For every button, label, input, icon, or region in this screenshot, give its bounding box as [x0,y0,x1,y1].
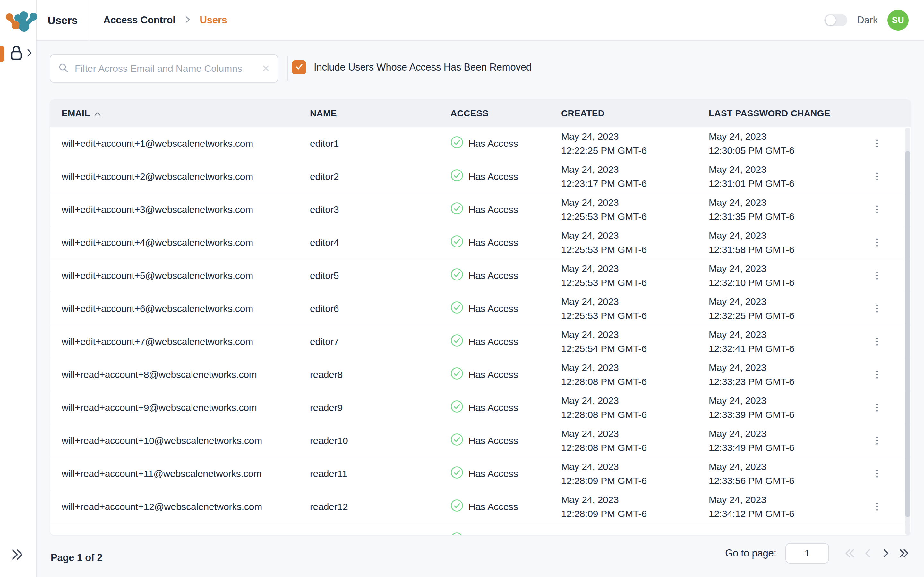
column-header-name[interactable]: NAME [310,108,451,119]
app-logo[interactable] [5,6,38,35]
cell-access: Has Access [451,400,561,415]
cell-name: editor5 [310,270,451,281]
table-row[interactable]: will+edit+account+3@webscalenetworks.com… [50,193,911,226]
lpc-time: 12:33:23 PM GMT-6 [709,375,866,389]
created-date: May 24, 2023 [561,394,709,408]
lpc-time: 12:31:01 PM GMT-6 [709,177,866,191]
table-row[interactable]: will+edit+account+4@webscalenetworks.com… [50,226,911,259]
access-status-label: Has Access [468,435,518,446]
cell-email: will+edit+account+4@webscalenetworks.com [50,237,310,248]
first-page-button[interactable] [843,546,857,561]
has-access-icon [451,268,463,283]
access-status-label: Has Access [468,237,518,248]
row-menu-button[interactable] [872,400,882,415]
created-time: 12:25:53 PM GMT-6 [561,276,709,290]
filter-search-input[interactable] [75,63,256,74]
cell-access: Has Access [451,433,561,448]
column-header-created[interactable]: CREATED [561,108,709,119]
row-menu-button[interactable] [872,235,882,250]
table-row[interactable]: will+edit+account+5@webscalenetworks.com… [50,259,911,292]
has-access-icon [451,136,463,151]
row-menu-button[interactable] [872,434,882,448]
has-access-icon [451,400,463,415]
access-status-label: Has Access [468,303,518,314]
row-menu-button[interactable] [872,466,882,481]
row-menu-button[interactable] [872,367,882,382]
lock-icon [10,45,23,62]
dark-mode-toggle[interactable] [824,14,847,26]
breadcrumb: Access Control Users [103,15,227,26]
pagination-controls: Go to page: [725,543,911,564]
cell-actions [866,434,888,448]
cell-email: will+edit+account+1@webscalenetworks.com [50,138,310,149]
column-header-access[interactable]: ACCESS [451,108,561,119]
goto-page-input[interactable] [785,543,829,564]
cell-access: Has Access [451,334,561,349]
cell-created: May 24, 2023 12:28:08 PM GMT-6 [561,394,709,422]
table-row[interactable]: May 24, 2023 May 24, 2023 [50,524,911,535]
row-menu-button[interactable] [872,202,882,217]
cell-created: May 24, 2023 12:25:53 PM GMT-6 [561,261,709,290]
user-avatar[interactable]: SU [887,10,909,31]
cell-actions [866,532,888,535]
lpc-date: May 24, 2023 [709,460,866,474]
breadcrumb-chevron-icon [184,15,192,26]
breadcrumb-parent-link[interactable]: Access Control [103,15,176,26]
lpc-time: 12:31:58 PM GMT-6 [709,243,866,257]
cell-last-password-change: May 24, 2023 [709,533,866,536]
table-row[interactable]: will+read+account+9@webscalenetworks.com… [50,392,911,424]
row-menu-button[interactable] [872,301,882,316]
row-menu-button[interactable] [872,532,882,535]
row-menu-button[interactable] [872,169,882,184]
cell-created: May 24, 2023 12:25:53 PM GMT-6 [561,229,709,257]
cell-name: editor7 [310,336,451,347]
row-menu-button[interactable] [872,334,882,349]
table-row[interactable]: will+read+account+11@webscalenetworks.co… [50,458,911,490]
lpc-date: May 24, 2023 [709,493,866,507]
table-row[interactable]: will+edit+account+6@webscalenetworks.com… [50,292,911,326]
cell-access: Has Access [451,466,561,481]
next-page-button[interactable] [879,546,893,561]
created-date: May 24, 2023 [561,229,709,243]
check-icon [294,62,304,73]
table-row[interactable]: will+edit+account+1@webscalenetworks.com… [50,127,911,160]
sort-by-email[interactable]: EMAIL [61,108,101,119]
cell-last-password-change: May 24, 2023 12:32:41 PM GMT-6 [709,327,866,356]
table-row[interactable]: will+read+account+8@webscalenetworks.com… [50,358,911,392]
column-header-last-password-change[interactable]: LAST PASSWORD CHANGE [709,108,866,119]
cell-actions [866,169,888,184]
include-removed-label: Include Users Whose Access Has Been Remo… [314,61,531,73]
row-menu-button[interactable] [872,136,882,151]
pager-buttons [843,546,911,561]
table-row[interactable]: will+read+account+10@webscalenetworks.co… [50,424,911,458]
cell-access: Has Access [451,367,561,382]
cell-created: May 24, 2023 12:25:54 PM GMT-6 [561,327,709,356]
lpc-date: May 24, 2023 [709,195,866,210]
cell-last-password-change: May 24, 2023 12:33:39 PM GMT-6 [709,394,866,422]
section-title: Users [37,0,89,40]
clear-filter-icon[interactable]: ✕ [262,64,270,73]
include-removed-checkbox[interactable] [292,60,306,74]
cell-name: reader10 [310,435,451,446]
lpc-date: May 24, 2023 [709,427,866,441]
lpc-time: 12:34:12 PM GMT-6 [709,507,866,521]
created-time: 12:23:17 PM GMT-6 [561,177,709,191]
created-date: May 24, 2023 [561,195,709,210]
include-removed-control[interactable]: Include Users Whose Access Has Been Remo… [292,60,531,74]
table-row[interactable]: will+edit+account+7@webscalenetworks.com… [50,326,911,358]
cell-name: editor4 [310,237,451,248]
cell-created: May 24, 2023 12:28:08 PM GMT-6 [561,427,709,455]
lpc-date: May 24, 2023 [709,261,866,276]
table-row[interactable]: will+read+account+12@webscalenetworks.co… [50,490,911,524]
table-row[interactable]: will+edit+account+2@webscalenetworks.com… [50,160,911,193]
access-status-label: Has Access [468,171,518,182]
sidebar-item-access-control[interactable] [10,45,32,62]
row-menu-button[interactable] [872,268,882,283]
sidebar-expand-button[interactable] [8,546,25,564]
lpc-date: May 24, 2023 [709,229,866,243]
previous-page-button[interactable] [861,546,875,561]
cell-last-password-change: May 24, 2023 12:31:01 PM GMT-6 [709,163,866,191]
row-menu-button[interactable] [872,500,882,514]
table-scrollbar-thumb[interactable] [905,151,910,517]
last-page-button[interactable] [897,546,911,561]
